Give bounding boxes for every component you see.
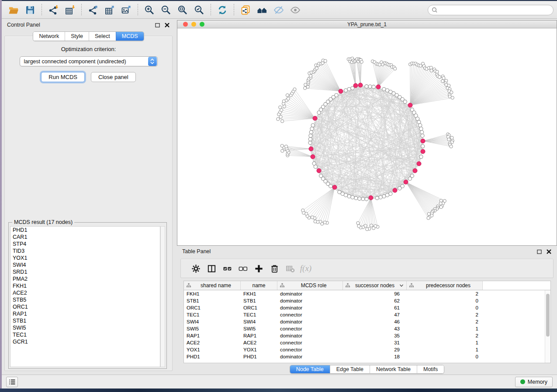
trash-button[interactable] (266, 261, 282, 276)
zoom-in-button[interactable] (142, 3, 157, 17)
tab-style[interactable]: Style (65, 32, 89, 41)
check-pair-button[interactable] (219, 261, 235, 276)
mcds-result-item[interactable]: GCR1 (10, 338, 160, 345)
column-header-successor-nodes[interactable]: successor nodes (343, 281, 407, 290)
table-panel: Table Panel f(x) shared namenameMCDS rol… (177, 246, 557, 375)
table-row[interactable]: TEC1TEC1connector472 (184, 311, 550, 318)
table-cell: ORC1 (241, 304, 277, 311)
columns-button[interactable] (204, 261, 219, 276)
column-header-label: name (241, 282, 277, 289)
import-network-button[interactable] (46, 3, 61, 17)
mcds-result-item[interactable]: RAP1 (10, 310, 160, 317)
zoom-selected-button[interactable] (192, 3, 207, 17)
mcds-result-item[interactable]: PMA2 (10, 275, 160, 282)
export-table-button[interactable] (102, 3, 117, 17)
mcds-result-item[interactable]: STB5 (10, 296, 160, 303)
mcds-result-item[interactable]: YOX1 (10, 254, 160, 261)
mcds-result-item[interactable]: ORC1 (10, 303, 160, 310)
column-header-MCDS-role[interactable]: MCDS role (277, 281, 343, 290)
float-panel-icon[interactable] (155, 22, 160, 28)
mcds-result-item[interactable]: TEC1 (10, 331, 160, 338)
mcds-result-item[interactable]: PHD1 (10, 227, 160, 234)
control-panel-titlebar: Control Panel (2, 19, 175, 31)
zoom-out-button[interactable] (159, 3, 173, 17)
houses-button[interactable] (255, 3, 270, 17)
mcds-result-item[interactable]: FKH1 (10, 282, 160, 289)
run-mcds-button[interactable]: Run MCDS (41, 72, 85, 82)
mcds-result-item[interactable]: SRD1 (10, 268, 160, 275)
table-cell: 1 (407, 346, 483, 353)
table-scrollbar[interactable] (545, 290, 550, 363)
tab-mcds[interactable]: MCDS (116, 32, 144, 41)
memory-button[interactable]: Memory (515, 377, 553, 387)
close-table-panel-icon[interactable] (546, 249, 552, 254)
table-row[interactable]: ACE2ACE2connector311 (184, 339, 550, 346)
search-input[interactable] (428, 5, 554, 15)
toolbar-separator (138, 4, 138, 16)
criterion-dropdown[interactable]: largest connected component (undirected) (20, 56, 158, 66)
column-header-shared-name[interactable]: shared name (184, 281, 241, 290)
window-minimize-light[interactable] (191, 22, 196, 27)
column-header-predecessor-nodes[interactable]: predecessor nodes (407, 281, 483, 290)
table-tab-network-table[interactable]: Network Table (370, 365, 417, 373)
table-row[interactable]: PHD1PHD1dominator180 (184, 353, 550, 360)
plus-button[interactable] (251, 261, 266, 276)
table-scrollbar-thumb[interactable] (546, 294, 550, 337)
table-cell: 0 (407, 304, 483, 311)
desktop-wallpaper-bottom (0, 389, 557, 392)
mcds-result-item[interactable]: SWI5 (10, 324, 160, 331)
export-network-button[interactable] (86, 3, 100, 17)
table-cell: TEC1 (184, 311, 241, 318)
table-row[interactable]: FKH1FKH1dominator962 (184, 290, 550, 297)
table-cell: dominator (277, 297, 343, 304)
table-row[interactable]: YOX1YOX1connector291 (184, 346, 550, 353)
mcds-result-item[interactable]: ACE2 (10, 289, 160, 296)
mcds-result-item[interactable]: STP4 (10, 241, 160, 248)
list-menu-button[interactable] (6, 377, 18, 387)
import-table-button[interactable] (62, 3, 77, 17)
close-panel-icon[interactable] (164, 22, 170, 28)
zoom-fit-button[interactable] (175, 3, 190, 17)
columns-icon (207, 264, 217, 274)
duplicate-network-button[interactable] (238, 3, 253, 17)
table-row[interactable]: STB1STB1dominator620 (184, 297, 550, 304)
table-row[interactable]: SWI5SWI5connector431 (184, 325, 550, 332)
refresh-button[interactable] (215, 3, 230, 17)
table-cell: 96 (343, 290, 407, 297)
gear-button[interactable] (188, 261, 204, 276)
uncheck-pair-button[interactable] (235, 261, 251, 276)
table-row[interactable]: ORC1ORC1dominator610 (184, 304, 550, 311)
mcds-result-item[interactable]: TID3 (10, 248, 160, 254)
network-canvas[interactable] (177, 28, 557, 245)
open-folder-button[interactable] (6, 3, 21, 17)
close-panel-button[interactable]: Close panel (91, 72, 136, 82)
tab-select[interactable]: Select (89, 32, 116, 41)
node-table-header: shared namenameMCDS rolesuccessor nodesp… (184, 281, 550, 290)
table-tab-node-table[interactable]: Node Table (290, 365, 330, 373)
float-table-panel-icon[interactable] (536, 249, 542, 254)
export-image-button[interactable] (119, 3, 134, 17)
table-row[interactable]: RAP1RAP1dominator352 (184, 332, 550, 339)
column-header-name[interactable]: name (241, 281, 277, 290)
table-cell: TEC1 (241, 311, 277, 318)
zoom-out-icon (161, 5, 171, 15)
eye-button[interactable] (288, 3, 303, 17)
table-tab-edge-table[interactable]: Edge Table (330, 365, 370, 373)
mcds-result-item[interactable]: SWI4 (10, 261, 160, 268)
window-close-light[interactable] (183, 22, 188, 27)
table-tab-motifs[interactable]: Motifs (417, 365, 444, 373)
uncheck-pair-icon (238, 264, 248, 274)
table-row[interactable]: SWI4SWI4dominator462 (184, 318, 550, 325)
mcds-result-scrollbar[interactable] (160, 226, 165, 367)
hide-eye-button[interactable] (271, 3, 286, 17)
save-icon (25, 5, 35, 15)
save-button[interactable] (23, 3, 38, 17)
tab-network[interactable]: Network (33, 32, 65, 41)
mcds-result-item[interactable]: CAR1 (10, 234, 160, 241)
table-cell: 0 (407, 297, 483, 304)
window-maximize-light[interactable] (200, 22, 204, 27)
table-cell: RAP1 (241, 332, 277, 339)
mcds-result-item[interactable]: STB1 (10, 317, 160, 324)
table-cell: 0 (407, 353, 483, 360)
main-toolbar (2, 1, 557, 19)
